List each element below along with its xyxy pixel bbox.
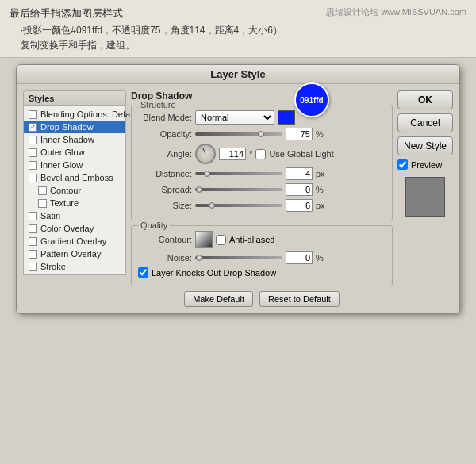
style-item-contour[interactable]: Contour xyxy=(24,184,125,197)
checkbox-inner-shadow xyxy=(29,136,37,144)
layer-knocks-row: Layer Knocks Out Drop Shadow xyxy=(138,267,386,278)
layer-style-dialog: Layer Style Styles Blending Options: Def… xyxy=(16,64,460,314)
style-item-stroke[interactable]: Stroke xyxy=(24,260,125,273)
noise-label: Noise: xyxy=(138,253,192,263)
size-input[interactable] xyxy=(286,199,313,212)
checkbox-color-overlay xyxy=(29,224,37,233)
style-label-drop-shadow: Drop Shadow xyxy=(40,122,94,132)
noise-slider-container xyxy=(195,256,282,259)
style-item-drop-shadow[interactable]: Drop Shadow xyxy=(24,121,125,133)
angle-container: ° Use Global Light xyxy=(195,144,334,164)
style-label-pattern-overlay: Pattern Overlay xyxy=(40,249,101,259)
noise-slider-thumb[interactable] xyxy=(196,255,202,261)
checkbox-pattern-overlay xyxy=(29,250,37,259)
styles-panel: Styles Blending Options: Default Drop Sh… xyxy=(23,90,126,307)
styles-header: Styles xyxy=(23,90,126,106)
size-slider-thumb[interactable] xyxy=(209,202,215,209)
dialog-title: Layer Style xyxy=(17,65,459,84)
style-item-gradient-overlay[interactable]: Gradient Overlay xyxy=(24,235,125,247)
preview-label: Preview xyxy=(411,160,442,170)
spread-slider-container xyxy=(195,188,282,191)
color-badge: 091ffd xyxy=(294,82,329,117)
angle-input[interactable] xyxy=(219,148,246,160)
structure-label: Structure xyxy=(138,100,178,109)
style-item-bevel-emboss[interactable]: Bevel and Emboss xyxy=(24,171,125,184)
structure-box: Structure Blend Mode: Normal Multiply Sc… xyxy=(131,105,393,220)
quality-label: Quality xyxy=(138,220,170,230)
use-global-light-checkbox[interactable] xyxy=(255,149,266,159)
checkbox-contour xyxy=(38,186,47,195)
style-label-gradient-overlay: Gradient Overlay xyxy=(40,236,106,246)
noise-input[interactable] xyxy=(286,251,313,264)
watermark: 思绪设计论坛 www.MISSVUAN.com xyxy=(326,6,466,18)
distance-slider-track[interactable] xyxy=(195,172,282,175)
contour-preview[interactable] xyxy=(195,231,213,248)
style-item-inner-shadow[interactable]: Inner Shadow xyxy=(24,133,125,146)
style-label-inner-glow: Inner Glow xyxy=(40,160,83,170)
contour-row: Contour: Anti-aliased xyxy=(138,231,386,248)
top-annotation: 最后给手指添加图层样式 ·投影一颜色#091ffd，不透明度75，角度114，距… xyxy=(0,0,476,58)
layer-knocks-checkbox[interactable] xyxy=(138,267,148,278)
dialog-body: Styles Blending Options: Default Drop Sh… xyxy=(17,84,459,313)
checkbox-drop-shadow xyxy=(29,123,37,132)
checkbox-bevel-emboss xyxy=(29,174,37,182)
style-item-pattern-overlay[interactable]: Pattern Overlay xyxy=(24,247,125,260)
ok-button[interactable]: OK xyxy=(397,90,453,109)
preview-swatch xyxy=(405,177,445,217)
angle-row: Angle: ° Use Global Light xyxy=(138,144,386,164)
checkbox-inner-glow xyxy=(29,161,37,170)
style-label-texture: Texture xyxy=(50,198,79,208)
style-item-texture[interactable]: Texture xyxy=(24,197,125,209)
spread-slider-thumb[interactable] xyxy=(196,186,202,193)
checkbox-texture xyxy=(38,199,47,208)
size-slider-container xyxy=(195,204,282,207)
opacity-label: Opacity: xyxy=(138,129,192,139)
checkbox-outer-glow xyxy=(29,148,37,157)
styles-list: Blending Options: Default Drop Shadow In… xyxy=(23,106,126,275)
spread-input[interactable] xyxy=(286,183,313,196)
anti-aliased-label: Anti-aliased xyxy=(229,235,274,244)
angle-label: Angle: xyxy=(138,149,192,159)
blend-color-swatch[interactable] xyxy=(278,110,295,125)
style-item-blending[interactable]: Blending Options: Default xyxy=(24,108,125,121)
opacity-slider-container xyxy=(195,132,282,136)
noise-row: Noise: % xyxy=(138,251,386,264)
spread-row: Spread: % xyxy=(138,183,386,196)
opacity-unit: % xyxy=(316,129,324,139)
style-label-inner-shadow: Inner Shadow xyxy=(40,135,94,144)
reset-default-button[interactable]: Reset to Default xyxy=(259,291,340,307)
style-item-inner-glow[interactable]: Inner Glow xyxy=(24,159,125,171)
blend-mode-label: Blend Mode: xyxy=(138,113,192,122)
style-label-satin: Satin xyxy=(40,211,60,220)
new-style-button[interactable]: New Style xyxy=(397,136,453,155)
right-panel: OK Cancel New Style Preview xyxy=(397,90,453,307)
opacity-input[interactable] xyxy=(286,128,313,140)
contour-label: Contour: xyxy=(138,235,192,244)
layer-knocks-label: Layer Knocks Out Drop Shadow xyxy=(152,268,276,278)
size-slider-track[interactable] xyxy=(195,204,282,207)
style-item-satin[interactable]: Satin xyxy=(24,209,125,222)
distance-label: Distance: xyxy=(138,169,192,178)
distance-slider-container xyxy=(195,172,282,175)
make-default-button[interactable]: Make Default xyxy=(184,291,253,307)
preview-checkbox[interactable] xyxy=(397,159,408,170)
angle-unit: ° xyxy=(249,149,252,159)
style-item-color-overlay[interactable]: Color Overlay xyxy=(24,222,125,235)
style-item-outer-glow[interactable]: Outer Glow xyxy=(24,146,125,159)
spread-slider-track[interactable] xyxy=(195,188,282,191)
size-label: Size: xyxy=(138,201,192,210)
angle-dial[interactable] xyxy=(195,144,216,164)
opacity-slider-thumb[interactable] xyxy=(258,131,264,137)
distance-row: Distance: px xyxy=(138,167,386,180)
anti-aliased-checkbox[interactable] xyxy=(216,235,226,245)
noise-slider-track[interactable] xyxy=(195,256,282,259)
spread-unit: % xyxy=(316,185,324,194)
distance-slider-thumb[interactable] xyxy=(204,171,210,177)
size-unit: px xyxy=(316,201,325,210)
distance-input[interactable] xyxy=(286,167,313,180)
cancel-button[interactable]: Cancel xyxy=(397,113,453,132)
opacity-slider-track[interactable] xyxy=(195,132,282,136)
style-label-contour: Contour xyxy=(50,186,81,195)
blend-mode-select[interactable]: Normal Multiply Screen xyxy=(195,110,274,125)
style-label-stroke: Stroke xyxy=(40,262,66,271)
